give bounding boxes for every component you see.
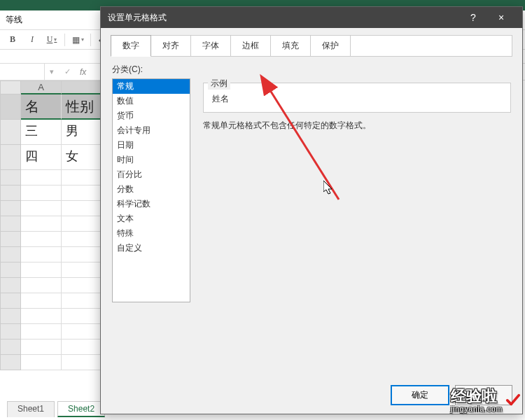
row-header[interactable] (0, 309, 21, 324)
row-header[interactable] (0, 278, 21, 293)
dialog-body: 数字 对齐 字体 边框 填充 保护 分类(C): 常规 数值 货币 会计专用 日… (101, 28, 522, 414)
category-fraction[interactable]: 分数 (113, 182, 190, 197)
tab-align[interactable]: 对齐 (151, 36, 191, 56)
row-header-3[interactable] (0, 145, 21, 170)
cell-A2[interactable]: 三 (21, 120, 62, 145)
cell[interactable] (21, 293, 62, 309)
name-box[interactable] (0, 64, 45, 80)
cell-A1[interactable]: 名 (21, 94, 62, 120)
row-header-1[interactable] (0, 94, 21, 120)
watermark: 经验啦 jingyanla.com (451, 386, 521, 413)
example-value: 姓名 (211, 89, 503, 106)
check-icon (505, 392, 521, 407)
help-button[interactable]: ? (459, 12, 487, 23)
sheet-tab-1[interactable]: Sheet1 (7, 401, 55, 417)
italic-button[interactable]: I (25, 33, 39, 47)
cell[interactable] (21, 278, 62, 293)
tab-number[interactable]: 数字 (111, 35, 151, 57)
cell-A3[interactable]: 四 (21, 145, 62, 170)
cell[interactable] (21, 262, 62, 278)
separator (90, 34, 91, 46)
check-icon[interactable]: ✓ (64, 67, 71, 76)
cell[interactable] (21, 309, 62, 324)
col-header-A[interactable]: A (21, 80, 62, 94)
row-header-2[interactable] (0, 120, 21, 145)
row-header[interactable] (0, 170, 21, 186)
chevron-down-icon: ▾ (81, 36, 84, 43)
category-date[interactable]: 日期 (113, 138, 190, 153)
category-percentage[interactable]: 百分比 (113, 167, 190, 182)
row-header[interactable] (0, 262, 21, 278)
sheet-tabs: Sheet1 Sheet2 (7, 401, 105, 417)
example-group: 示例 姓名 (203, 83, 511, 113)
category-scientific[interactable]: 科学记数 (113, 197, 190, 211)
sheet-tab-2[interactable]: Sheet2 (57, 401, 105, 417)
format-description: 常规单元格格式不包含任何特定的数字格式。 (203, 120, 511, 132)
cell[interactable] (21, 170, 62, 186)
tab-fill[interactable]: 填充 (271, 36, 311, 56)
category-general[interactable]: 常规 (113, 79, 190, 94)
format-cells-dialog: 设置单元格格式 ? × 数字 对齐 字体 边框 填充 保护 分类(C): 常规 … (100, 6, 523, 414)
category-label: 分类(C): (112, 64, 511, 76)
row-header[interactable] (0, 201, 21, 216)
dialog-tabs: 数字 对齐 字体 边框 填充 保护 (111, 35, 512, 57)
border-button[interactable]: ▦▾ (71, 33, 85, 47)
dialog-titlebar[interactable]: 设置单元格格式 ? × (101, 7, 522, 28)
row-header[interactable] (0, 247, 21, 262)
cell[interactable] (21, 355, 62, 370)
category-custom[interactable]: 自定义 (113, 241, 190, 255)
cell[interactable] (21, 340, 62, 355)
fx-label[interactable]: fx (80, 67, 86, 77)
cell[interactable] (21, 324, 62, 340)
category-text[interactable]: 文本 (113, 211, 190, 226)
category-accounting[interactable]: 会计专用 (113, 123, 190, 138)
close-button[interactable]: × (487, 12, 515, 23)
format-detail-pane: 示例 姓名 常规单元格格式不包含任何特定的数字格式。 (203, 78, 511, 302)
row-header[interactable] (0, 340, 21, 355)
cell[interactable] (21, 232, 62, 247)
dialog-content: 分类(C): 常规 数值 货币 会计专用 日期 时间 百分比 分数 科学记数 文… (111, 57, 512, 302)
font-name-label: 等线 (6, 14, 22, 26)
dialog-title: 设置单元格格式 (108, 12, 459, 24)
cell[interactable] (21, 247, 62, 262)
ok-button[interactable]: 确定 (391, 385, 449, 405)
cell[interactable] (21, 201, 62, 216)
chevron-down-icon: ▾ (54, 36, 57, 43)
tab-protect[interactable]: 保护 (311, 36, 351, 56)
formula-bar-icons: ▾ ✓ (45, 67, 76, 76)
row-header[interactable] (0, 324, 21, 340)
tab-border[interactable]: 边框 (231, 36, 271, 56)
bold-button[interactable]: B (6, 33, 20, 47)
example-label: 示例 (208, 78, 230, 90)
watermark-subtext: jingyanla.com (451, 405, 503, 413)
category-time[interactable]: 时间 (113, 153, 190, 167)
cell[interactable] (21, 186, 62, 201)
tab-font[interactable]: 字体 (191, 36, 231, 56)
chevron-down-icon[interactable]: ▾ (50, 67, 54, 76)
separator (64, 34, 65, 46)
category-listbox[interactable]: 常规 数值 货币 会计专用 日期 时间 百分比 分数 科学记数 文本 特殊 自定… (112, 78, 190, 302)
row-header[interactable] (0, 355, 21, 370)
row-header[interactable] (0, 186, 21, 201)
category-special[interactable]: 特殊 (113, 226, 190, 241)
row-header[interactable] (0, 293, 21, 309)
underline-button[interactable]: U▾ (45, 33, 59, 47)
row-header[interactable] (0, 232, 21, 247)
category-number[interactable]: 数值 (113, 94, 190, 108)
cell[interactable] (21, 216, 62, 232)
watermark-text: 经验啦 (451, 387, 497, 405)
category-currency[interactable]: 货币 (113, 108, 190, 123)
select-all-corner[interactable] (0, 80, 21, 94)
row-header[interactable] (0, 216, 21, 232)
